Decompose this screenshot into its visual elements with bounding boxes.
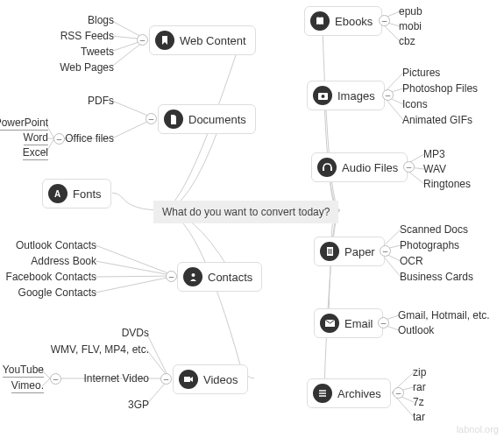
collapse-toggle[interactable]: –: [382, 89, 394, 101]
document-icon: [164, 110, 183, 129]
child-item: epub: [399, 5, 422, 18]
child-item: Scanned Docs: [400, 223, 468, 236]
child-item: Icons: [402, 98, 428, 110]
child-item: Address Book: [31, 255, 96, 267]
cat-label: Contacts: [208, 271, 252, 284]
cat-paper[interactable]: Paper: [314, 237, 385, 266]
book-icon: [310, 11, 330, 31]
svg-rect-5: [323, 167, 324, 171]
svg-text:A: A: [54, 189, 60, 198]
cat-documents[interactable]: Documents: [158, 104, 256, 134]
collapse-toggle[interactable]: –: [53, 133, 65, 145]
cat-label: Paper: [344, 245, 375, 258]
child-item: PowerPoint: [0, 117, 48, 131]
collapse-toggle[interactable]: –: [50, 373, 61, 385]
svg-rect-2: [184, 377, 190, 382]
collapse-toggle[interactable]: –: [393, 387, 404, 399]
child-item: cbz: [399, 35, 415, 47]
cat-email[interactable]: Email: [314, 308, 383, 338]
sub-office-files: Office files: [65, 132, 114, 145]
child-item: Ringtones: [423, 178, 471, 190]
child-item: Tweets: [81, 46, 114, 58]
child-item: Photoshop Files: [402, 82, 478, 95]
paper-icon: [320, 242, 339, 261]
child-item: tar: [413, 411, 425, 423]
cat-videos[interactable]: Videos: [173, 364, 248, 394]
bookmark-icon: [155, 31, 174, 50]
cat-label: Email: [344, 317, 373, 330]
svg-rect-6: [330, 167, 332, 171]
child-item: Excel: [23, 146, 48, 160]
video-icon: [179, 370, 198, 389]
cat-label: Images: [337, 89, 375, 102]
headphones-icon: [317, 158, 337, 177]
child-item: Pictures: [402, 67, 440, 79]
cat-label: Ebooks: [335, 15, 373, 28]
child-item: rar: [413, 381, 426, 393]
font-icon: A: [48, 184, 67, 203]
contacts-icon: [183, 267, 202, 286]
cat-contacts[interactable]: Contacts: [177, 262, 262, 292]
cat-label: Audio Files: [342, 161, 398, 174]
collapse-toggle[interactable]: –: [137, 34, 148, 46]
sub-internet-video: Internet Video: [83, 372, 149, 385]
child-item: Business Cards: [400, 271, 473, 283]
child-item: Blogs: [88, 14, 114, 26]
cat-images[interactable]: Images: [307, 81, 385, 110]
child-item: Web Pages: [60, 61, 114, 74]
collapse-toggle[interactable]: –: [146, 113, 157, 124]
center-text: What do you want to convert today?: [162, 206, 330, 218]
child-item: Facebook Contacts: [6, 271, 96, 283]
child-item: Gmail, Hotmail, etc.: [398, 309, 490, 321]
child-item: YouTube: [3, 364, 44, 378]
camera-icon: [313, 86, 332, 105]
child-item: DVDs: [122, 327, 149, 339]
child-item: mobi: [399, 20, 422, 32]
collapse-toggle[interactable]: –: [160, 373, 172, 385]
child-item: 7z: [413, 396, 424, 408]
cat-label: Web Content: [180, 34, 246, 47]
child-item: 3GP: [128, 399, 149, 411]
collapse-toggle[interactable]: –: [379, 15, 390, 26]
cat-ebooks[interactable]: Ebooks: [304, 6, 382, 36]
mail-icon: [320, 314, 339, 333]
cat-fonts[interactable]: A Fonts: [42, 179, 111, 208]
cat-web-content[interactable]: Web Content: [149, 25, 256, 55]
child-item: OCR: [400, 255, 423, 267]
collapse-toggle[interactable]: –: [166, 271, 177, 282]
center-node: What do you want to convert today?: [153, 201, 338, 223]
watermark: labnol.org: [457, 424, 499, 434]
child-item: Vimeo.: [11, 379, 44, 393]
collapse-toggle[interactable]: –: [403, 161, 415, 173]
child-item: zip: [413, 366, 426, 378]
child-item: WAV: [423, 163, 446, 175]
child-item: Animated GIFs: [402, 114, 472, 126]
cat-label: Archives: [337, 387, 381, 400]
archive-icon: [313, 384, 332, 403]
svg-point-4: [321, 95, 324, 98]
collapse-toggle[interactable]: –: [380, 245, 391, 257]
child-item: Photographs: [400, 239, 459, 251]
child-item: MP3: [423, 148, 445, 160]
cat-label: Documents: [188, 113, 246, 126]
svg-point-1: [191, 273, 195, 277]
child-item: WMV, FLV, MP4, etc.: [51, 343, 149, 356]
child-item: Outlook: [398, 324, 434, 336]
child-item: Word: [24, 131, 48, 145]
cat-audio-files[interactable]: Audio Files: [311, 152, 408, 182]
child-item: RSS Feeds: [60, 30, 114, 42]
child-item: Outlook Contacts: [16, 239, 96, 251]
child-item: PDFs: [88, 95, 114, 107]
child-item: Google Contacts: [18, 286, 96, 299]
cat-archives[interactable]: Archives: [307, 378, 391, 408]
collapse-toggle[interactable]: –: [378, 317, 389, 328]
cat-label: Fonts: [73, 187, 102, 201]
cat-label: Videos: [203, 373, 238, 386]
